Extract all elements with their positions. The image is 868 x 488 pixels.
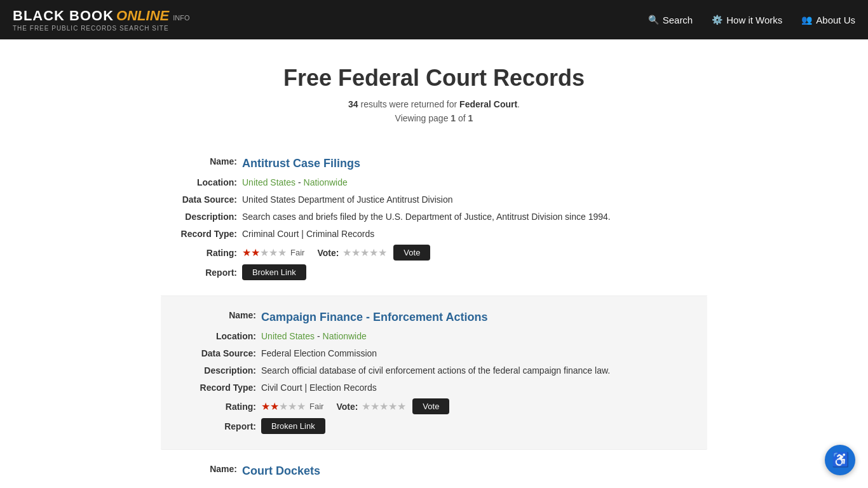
nav-how-it-works-label: How it Works — [726, 15, 782, 25]
vote-label: Vote: — [317, 248, 339, 258]
results-info: 34 results were returned for Federal Cou… — [161, 99, 707, 109]
record-name-row-cd: Name: Court Dockets — [161, 463, 707, 480]
rating-stars-empty: ★★★ — [260, 247, 287, 259]
location-label: Location: — [161, 176, 237, 189]
name-label-cf: Name: — [180, 309, 256, 326]
vote-stars[interactable]: ★★★★★ — [342, 247, 387, 259]
record-antitrust: Name: Antitrust Case Filings Location: U… — [161, 142, 707, 296]
broken-link-button-cf[interactable]: Broken Link — [261, 418, 325, 434]
record-location-cf: United States - Nationwide — [261, 330, 367, 343]
record-description-cf: Search official database of civil enforc… — [261, 364, 610, 377]
vote-stars-cf[interactable]: ★★★★★ — [362, 400, 406, 412]
name-label: Name: — [161, 155, 237, 172]
rating-label: Rating: — [161, 248, 237, 258]
record-type-cf: Civil Court | Election Records — [261, 381, 377, 395]
rating-stars-filled: ★★ — [242, 247, 260, 259]
results-count: 34 — [348, 99, 358, 109]
datasource-label: Data Source: — [161, 193, 237, 207]
logo-text-online: ONLINE — [116, 8, 169, 24]
description-label-cf: Description: — [180, 364, 256, 377]
nav-search-label: Search — [663, 15, 693, 25]
broken-link-button-antitrust[interactable]: Broken Link — [242, 264, 306, 280]
datasource-label-cf: Data Source: — [180, 347, 256, 360]
results-text: results were returned for — [360, 99, 459, 109]
results-query: Federal Court — [459, 99, 517, 109]
report-label: Report: — [161, 268, 237, 278]
page-of: of — [458, 113, 468, 123]
record-description-row-cf: Description: Search official database of… — [180, 364, 688, 377]
name-label-cd: Name: — [161, 463, 237, 480]
record-datasource-cf: Federal Election Commission — [261, 347, 377, 360]
nav-search[interactable]: 🔍 Search — [648, 15, 693, 25]
record-type-row-cf: Record Type: Civil Court | Election Reco… — [180, 381, 688, 395]
record-location: United States - Nationwide — [242, 176, 348, 189]
record-datasource: United States Department of Justice Anti… — [242, 193, 452, 207]
rating-label-cf: Rating: — [180, 402, 256, 412]
record-location-row-cf: Location: United States - Nationwide — [180, 330, 688, 343]
location-label-cf: Location: — [180, 330, 256, 343]
location-scope[interactable]: Nationwide — [304, 177, 348, 187]
location-country-cf[interactable]: United States — [261, 331, 315, 341]
record-location-row: Location: United States - Nationwide — [161, 176, 707, 189]
record-description-row: Description: Search cases and briefs fil… — [161, 210, 707, 224]
description-label: Description: — [161, 210, 237, 224]
recordtype-label: Record Type: — [161, 227, 237, 241]
vote-label-cf: Vote: — [336, 402, 358, 412]
location-country[interactable]: United States — [242, 177, 295, 187]
nav-how-it-works[interactable]: ⚙️ How it Works — [712, 15, 782, 25]
people-icon: 👥 — [801, 15, 812, 25]
rating-stars-filled-cf: ★★ — [261, 400, 279, 412]
record-name-link-cd[interactable]: Court Dockets — [242, 463, 320, 480]
record-rating-row: Rating: ★★ ★★★ Fair Vote: ★★★★★ Vote — [161, 245, 707, 261]
logo-subtitle: THE FREE PUBLIC RECORDS SEARCH SITE — [13, 25, 190, 32]
main-nav: 🔍 Search ⚙️ How it Works 👥 About Us — [648, 15, 855, 25]
record-name-row: Name: Antitrust Case Filings — [161, 155, 707, 172]
page-total: 1 — [468, 113, 473, 123]
site-header: BLACK BOOK ONLINE INFO THE FREE PUBLIC R… — [0, 0, 868, 39]
rating-text-cf: Fair — [309, 402, 323, 411]
record-type: Criminal Court | Criminal Records — [242, 227, 374, 241]
record-report-row: Report: Broken Link — [161, 264, 707, 280]
rating-stars-empty-cf: ★★★ — [279, 400, 306, 412]
record-campaign-finance: Name: Campaign Finance - Enforcement Act… — [161, 296, 707, 450]
page-title: Free Federal Court Records — [161, 65, 707, 92]
location-sep-cf: - — [317, 331, 323, 341]
location-sep: - — [298, 177, 304, 187]
accessibility-icon: ♿ — [832, 452, 849, 468]
record-name-link-cf[interactable]: Campaign Finance - Enforcement Actions — [261, 309, 487, 326]
vote-button-antitrust[interactable]: Vote — [393, 245, 430, 261]
logo-text-info: INFO — [173, 14, 189, 22]
record-datasource-row: Data Source: United States Department of… — [161, 193, 707, 207]
record-court-dockets: Name: Court Dockets — [161, 450, 707, 488]
paging-info: Viewing page 1 of 1 — [161, 113, 707, 123]
accessibility-button[interactable]: ♿ — [825, 445, 855, 475]
record-report-row-cf: Report: Broken Link — [180, 418, 688, 434]
logo-text-black: BLACK BOOK — [13, 8, 114, 24]
search-icon: 🔍 — [648, 15, 659, 25]
gear-icon: ⚙️ — [712, 15, 722, 25]
record-type-row: Record Type: Criminal Court | Criminal R… — [161, 227, 707, 241]
record-description: Search cases and briefs filed by the U.S… — [242, 210, 611, 224]
nav-about-us[interactable]: 👥 About Us — [801, 15, 855, 25]
site-logo: BLACK BOOK ONLINE INFO THE FREE PUBLIC R… — [13, 8, 190, 32]
main-content: Free Federal Court Records 34 results we… — [148, 39, 720, 488]
record-name-link-antitrust[interactable]: Antitrust Case Filings — [242, 155, 360, 172]
report-label-cf: Report: — [180, 421, 256, 431]
recordtype-label-cf: Record Type: — [180, 381, 256, 395]
record-rating-row-cf: Rating: ★★ ★★★ Fair Vote: ★★★★★ Vote — [180, 398, 688, 414]
viewing-prefix: Viewing page — [395, 113, 451, 123]
record-datasource-row-cf: Data Source: Federal Election Commission — [180, 347, 688, 360]
record-name-row-cf: Name: Campaign Finance - Enforcement Act… — [180, 309, 688, 326]
rating-text: Fair — [290, 248, 304, 257]
location-scope-cf[interactable]: Nationwide — [323, 331, 367, 341]
nav-about-us-label: About Us — [816, 15, 855, 25]
vote-button-cf[interactable]: Vote — [412, 398, 449, 414]
page-current: 1 — [451, 113, 456, 123]
